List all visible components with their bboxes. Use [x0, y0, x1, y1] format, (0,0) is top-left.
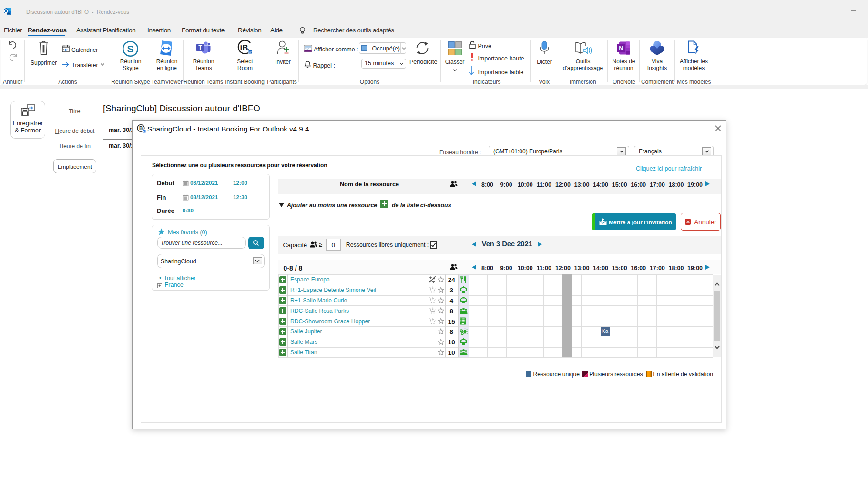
- svg-text:iB: iB: [240, 43, 248, 52]
- svg-text:N: N: [619, 45, 623, 52]
- svg-text:B: B: [139, 126, 143, 131]
- svg-text:S: S: [127, 43, 133, 54]
- svg-text:T: T: [198, 44, 202, 51]
